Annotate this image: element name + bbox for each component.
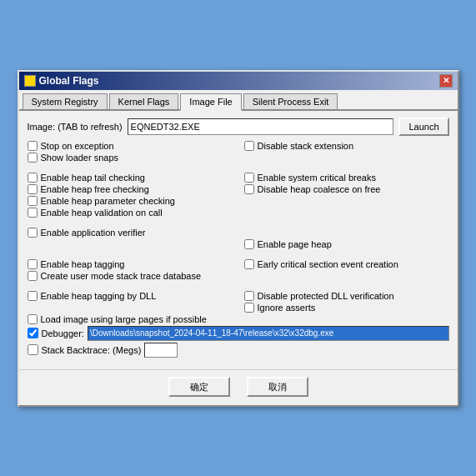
disable-stack-extension-row: Disable stack extension [244,141,449,151]
large-pages-label: Load image using large pages if possible [41,314,207,324]
debugger-input[interactable] [88,326,449,341]
stack-backtrace-row: Stack Backtrace: (Megs) [28,343,449,358]
debugger-row: Debugger: [28,326,449,341]
stop-on-exception-label: Stop on exception [41,141,114,151]
heap-free-checking-label: Enable heap free checking [41,184,149,194]
stack-backtrace-label: Stack Backtrace: (Megs) [42,345,142,355]
top-options: Stop on exception Show loader snaps Disa… [28,141,449,164]
critical-section-label: Early critical section event creation [258,259,398,269]
heap-validation-checkbox[interactable] [28,208,38,218]
global-flags-window: Global Flags ✕ System Registry Kernel Fl… [18,70,459,407]
window-icon [24,75,36,87]
stack-backtrace-checkbox[interactable] [28,344,38,355]
stack-trace-db-label: Create user mode stack trace database [41,271,202,281]
stack-backtrace-input[interactable] [144,343,178,358]
system-critical-breaks-checkbox[interactable] [244,173,254,183]
title-bar: Global Flags ✕ [19,72,458,90]
col-right-mid: Enable system critical breaks Disable he… [244,173,449,219]
col-left-top: Stop on exception Show loader snaps [28,141,244,164]
cancel-button[interactable]: 取消 [247,377,308,397]
app-verifier-label: Enable application verifier [41,228,146,238]
heap-tagging-label: Enable heap tagging [41,259,125,269]
disable-dll-verification-checkbox[interactable] [244,291,254,301]
heap-tagging-dll-label: Enable heap tagging by DLL [41,291,157,301]
mid-options: Enable heap tail checking Enable heap fr… [28,173,449,219]
launch-button[interactable]: Launch [398,118,448,136]
image-row: Image: (TAB to refresh) Launch [28,118,449,136]
heap-coalesce-checkbox[interactable] [244,184,254,194]
heap-coalesce-label: Disable heap coalesce on free [258,184,381,194]
tab-kernel-flags[interactable]: Kernel Flags [109,93,179,109]
stack-trace-db-checkbox[interactable] [28,271,38,281]
heap-param-checking-label: Enable heap parameter checking [41,196,175,206]
tab-silent-process-exit[interactable]: Silent Process Exit [243,93,338,109]
debugger-label: Debugger: [42,328,84,338]
critical-section-checkbox[interactable] [244,259,254,269]
ok-button[interactable]: 确定 [168,377,230,397]
app-verifier-checkbox[interactable] [28,228,38,238]
stop-on-exception-checkbox[interactable] [28,141,38,151]
ignore-asserts-checkbox[interactable] [244,303,254,313]
ignore-asserts-label: Ignore asserts [258,303,316,313]
image-label: Image: (TAB to refresh) [28,122,123,132]
footer: 确定 取消 [19,369,458,405]
disable-stack-extension-label: Disable stack extension [258,141,354,151]
heap-tagging-checkbox[interactable] [28,259,38,269]
image-input[interactable] [128,118,394,135]
show-loader-snaps-checkbox[interactable] [28,153,38,163]
large-pages-checkbox[interactable] [28,314,38,324]
stop-on-exception-row: Stop on exception [28,141,244,151]
tab-system-registry[interactable]: System Registry [23,93,108,109]
tab-content: Image: (TAB to refresh) Launch Stop on e… [19,111,458,364]
heap-validation-label: Enable heap validation on call [41,208,163,218]
heap-tagging-dll-checkbox[interactable] [28,291,38,301]
col-right-top: Disable stack extension [244,141,449,164]
system-critical-breaks-label: Enable system critical breaks [258,173,376,183]
tab-bar: System Registry Kernel Flags Image File … [19,90,458,111]
heap-free-checking-checkbox[interactable] [28,184,38,194]
heap-param-checking-checkbox[interactable] [28,196,38,206]
disable-dll-verification-label: Disable protected DLL verification [258,291,394,301]
tab-image-file[interactable]: Image File [180,93,241,111]
page-heap-checkbox[interactable] [244,239,254,249]
lower-options: Enable heap tagging Create user mode sta… [28,259,449,283]
window-title: Global Flags [39,75,99,87]
heap-tail-checking-checkbox[interactable] [28,173,38,183]
disable-stack-extension-checkbox[interactable] [244,141,254,151]
page-heap-label: Enable page heap [258,239,332,249]
debugger-checkbox[interactable] [28,328,38,338]
close-button[interactable]: ✕ [439,74,453,88]
col-left-mid: Enable heap tail checking Enable heap fr… [28,173,244,219]
show-loader-snaps-row: Show loader snaps [28,153,244,163]
heap-tail-checking-label: Enable heap tail checking [41,173,145,183]
show-loader-snaps-label: Show loader snaps [41,153,119,163]
